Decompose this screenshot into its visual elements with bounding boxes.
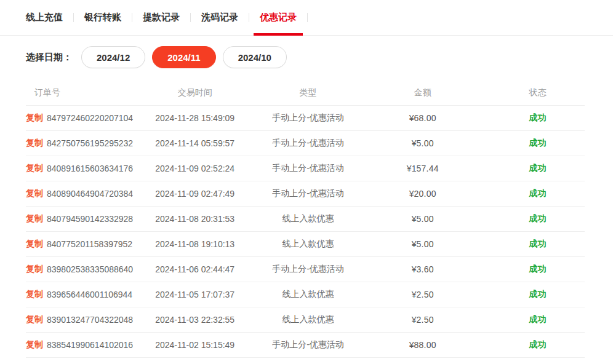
date-pill-2024-11[interactable]: 2024/11: [152, 46, 215, 68]
copy-button[interactable]: 复制: [26, 163, 43, 174]
status-label: 成功: [476, 163, 585, 174]
transaction-time: 2024-11-03 22:32:55: [143, 315, 247, 325]
date-filter-label: 选择日期：: [26, 52, 72, 63]
status-label: 成功: [476, 314, 585, 325]
date-pill-label: 2024/12: [97, 52, 130, 63]
transaction-type: 手动上分-优惠活动: [247, 138, 370, 149]
order-id-text: 839656446001106944: [47, 290, 132, 299]
status-label: 成功: [476, 264, 585, 275]
transaction-time: 2024-11-08 20:31:53: [143, 214, 247, 224]
transaction-type: 线上入款优惠: [247, 239, 370, 250]
transaction-type: 手动上分-优惠活动: [247, 163, 370, 174]
column-header-type: 类型: [247, 87, 370, 98]
amount-value: ¥5.00: [369, 138, 476, 148]
order-id-text: 839802538335088640: [47, 264, 133, 274]
order-cell: 复制 842750756195295232: [26, 138, 143, 149]
amount-value: ¥5.00: [369, 239, 476, 249]
order-cell: 复制 840890464904720384: [26, 188, 143, 199]
tab-label: 银行转账: [84, 12, 121, 23]
copy-button[interactable]: 复制: [26, 264, 43, 275]
date-filter-row: 选择日期： 2024/12 2024/11 2024/10: [0, 46, 613, 68]
column-header-order-id: 订单号: [26, 87, 143, 98]
transaction-time: 2024-11-09 02:52:24: [143, 164, 247, 173]
status-label: 成功: [476, 239, 585, 250]
transaction-time: 2024-11-09 02:47:49: [143, 189, 247, 199]
copy-button[interactable]: 复制: [26, 138, 43, 149]
copy-button[interactable]: 复制: [26, 339, 43, 350]
transaction-type: 线上入款优惠: [247, 289, 370, 300]
status-label: 成功: [476, 289, 585, 300]
order-cell: 复制 839013247704322048: [26, 314, 143, 325]
column-header-amount: 金额: [369, 87, 476, 98]
transaction-type: 线上入款优惠: [247, 314, 370, 325]
status-label: 成功: [476, 188, 585, 199]
copy-button[interactable]: 复制: [26, 289, 43, 300]
transaction-time: 2024-11-06 02:44:47: [143, 264, 247, 274]
order-cell: 复制 838541990614102016: [26, 339, 143, 350]
table-body: 复制 847972460220207104 2024-11-28 15:49:0…: [26, 106, 585, 358]
order-id-text: 840890464904720384: [47, 189, 133, 199]
date-pill-2024-12[interactable]: 2024/12: [81, 46, 145, 68]
transaction-type: 手动上分-优惠活动: [247, 188, 370, 199]
date-pill-label: 2024/10: [238, 52, 271, 63]
copy-button[interactable]: 复制: [26, 213, 43, 224]
transaction-time: 2024-11-08 19:10:13: [143, 239, 247, 249]
tab-divider: [307, 13, 308, 22]
date-pill-label: 2024/11: [167, 52, 200, 63]
table-row: 复制 839656446001106944 2024-11-05 17:07:3…: [26, 282, 585, 307]
order-cell: 复制 840775201158397952: [26, 239, 143, 250]
tab-label: 线上充值: [26, 12, 63, 23]
transaction-type: 线上入款优惠: [247, 213, 370, 224]
records-table: 订单号 交易时间 类型 金额 状态 复制 847972460220207104 …: [26, 68, 585, 358]
order-id-text: 838541990614102016: [47, 340, 133, 350]
amount-value: ¥88.00: [369, 340, 476, 350]
order-id-text: 847972460220207104: [47, 113, 133, 123]
column-header-status: 状态: [476, 87, 585, 98]
order-cell: 复制 839802538335088640: [26, 264, 143, 275]
table-row: 复制 838541990614102016 2024-11-02 15:15:4…: [26, 333, 585, 358]
order-id-text: 839013247704322048: [47, 315, 133, 325]
transaction-time: 2024-11-05 17:07:37: [143, 290, 247, 299]
tab-bar: 线上充值 银行转账 提款记录 洗码记录 优惠记录: [0, 0, 613, 36]
amount-value: ¥2.50: [369, 290, 476, 299]
amount-value: ¥2.50: [369, 315, 476, 325]
transaction-type: 手动上分-优惠活动: [247, 339, 370, 350]
tab-online-recharge[interactable]: 线上充值: [26, 0, 73, 35]
table-row: 复制 839802538335088640 2024-11-06 02:44:4…: [26, 257, 585, 282]
date-pill-2024-10[interactable]: 2024/10: [223, 46, 287, 68]
order-id-text: 840891615603634176: [47, 164, 133, 173]
table-row: 复制 842750756195295232 2024-11-14 05:59:5…: [26, 131, 585, 156]
table-row: 复制 840775201158397952 2024-11-08 19:10:1…: [26, 232, 585, 257]
amount-value: ¥157.44: [369, 164, 476, 173]
date-filter: 2024/12 2024/11 2024/10: [74, 46, 287, 68]
tab-label: 提款记录: [143, 12, 180, 23]
tab-bank-transfer[interactable]: 银行转账: [74, 0, 132, 35]
table-header-row: 订单号 交易时间 类型 金额 状态: [26, 80, 585, 106]
order-cell: 复制 839656446001106944: [26, 289, 143, 300]
table-row: 复制 847972460220207104 2024-11-28 15:49:0…: [26, 106, 585, 131]
transaction-time: 2024-11-02 15:15:49: [143, 340, 247, 350]
status-label: 成功: [476, 213, 585, 224]
order-cell: 复制 840794590142332928: [26, 213, 143, 224]
copy-button[interactable]: 复制: [26, 113, 43, 124]
transaction-type: 手动上分-优惠活动: [247, 264, 370, 275]
copy-button[interactable]: 复制: [26, 188, 43, 199]
tab-promotion-records[interactable]: 优惠记录: [249, 0, 307, 35]
amount-value: ¥3.60: [369, 264, 476, 274]
order-cell: 复制 847972460220207104: [26, 113, 143, 124]
copy-button[interactable]: 复制: [26, 239, 43, 250]
tab-withdrawal-records[interactable]: 提款记录: [132, 0, 190, 35]
status-label: 成功: [476, 113, 585, 124]
copy-button[interactable]: 复制: [26, 314, 43, 325]
table-row: 复制 840891615603634176 2024-11-09 02:52:2…: [26, 156, 585, 181]
tab-rebate-records[interactable]: 洗码记录: [191, 0, 249, 35]
amount-value: ¥68.00: [369, 113, 476, 123]
status-label: 成功: [476, 138, 585, 149]
table-row: 复制 839013247704322048 2024-11-03 22:32:5…: [26, 307, 585, 333]
tab-label: 洗码记录: [201, 12, 238, 23]
transaction-type: 手动上分-优惠活动: [247, 113, 370, 124]
transaction-time: 2024-11-28 15:49:09: [143, 113, 247, 123]
order-id-text: 842750756195295232: [47, 138, 133, 148]
table-row: 复制 840890464904720384 2024-11-09 02:47:4…: [26, 181, 585, 207]
status-label: 成功: [476, 339, 585, 350]
